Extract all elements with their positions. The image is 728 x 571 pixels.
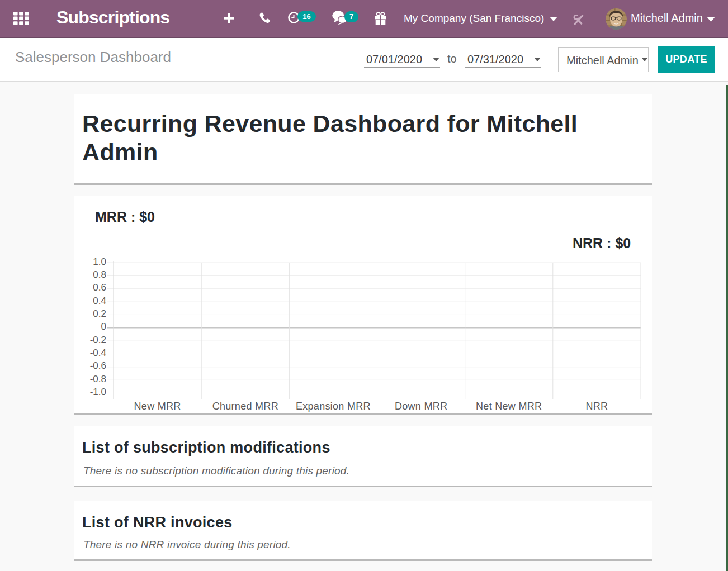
svg-text:0.8: 0.8 bbox=[93, 269, 106, 280]
svg-text:Expansion MRR: Expansion MRR bbox=[296, 401, 371, 412]
svg-text:-0.8: -0.8 bbox=[90, 374, 106, 384]
svg-text:0.4: 0.4 bbox=[93, 296, 106, 306]
svg-text:Down MRR: Down MRR bbox=[395, 401, 447, 412]
svg-text:Churned MRR: Churned MRR bbox=[212, 401, 278, 412]
svg-text:0: 0 bbox=[101, 321, 106, 332]
svg-text:Net New MRR: Net New MRR bbox=[476, 401, 542, 412]
svg-text:NRR: NRR bbox=[585, 401, 608, 412]
svg-text:0.6: 0.6 bbox=[93, 282, 106, 293]
svg-text:-0.2: -0.2 bbox=[90, 335, 106, 345]
svg-text:New MRR: New MRR bbox=[134, 401, 181, 412]
svg-text:-1.0: -1.0 bbox=[90, 387, 106, 397]
svg-text:0.2: 0.2 bbox=[93, 308, 106, 319]
svg-text:-0.4: -0.4 bbox=[90, 348, 106, 358]
svg-text:1.0: 1.0 bbox=[93, 256, 106, 267]
svg-text:-0.6: -0.6 bbox=[90, 360, 106, 371]
